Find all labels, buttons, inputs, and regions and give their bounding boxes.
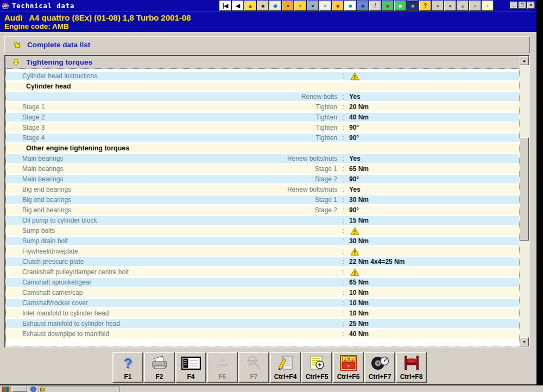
fkey-button-ctrl-f5[interactable]: Ctrl+F5 bbox=[301, 352, 332, 383]
brake-data-icon[interactable]: ■ bbox=[257, 1, 269, 11]
fkey-button-ctrl-f6[interactable]: 23«Ctrl+F6 bbox=[333, 352, 364, 383]
table-row[interactable]: Stage 4Tighten:90° bbox=[6, 134, 519, 142]
spark-plug-icon-glyph: / bbox=[375, 3, 376, 9]
minimize-button[interactable]: _ bbox=[510, 2, 517, 9]
table-row[interactable]: Big end bearingsRenew bolts/nuts:Yes bbox=[6, 185, 519, 194]
component-icon[interactable]: ▪ bbox=[482, 1, 494, 11]
table-row[interactable]: Main bearingsStage 1:65 Nm bbox=[6, 165, 519, 173]
meter-icon[interactable]: ● bbox=[444, 1, 456, 11]
row-colon: : bbox=[337, 196, 349, 204]
table-section-header[interactable]: Other engine tightening torques bbox=[6, 144, 519, 153]
table-row[interactable]: Camshaft carrier/cap:10 Nm bbox=[6, 288, 519, 297]
close-button[interactable]: × bbox=[527, 2, 535, 9]
taskbar-start-button[interactable] bbox=[12, 387, 27, 392]
row-colon: : bbox=[337, 258, 349, 265]
table-row[interactable]: Sump drain bolt:30 Nm bbox=[6, 237, 519, 245]
print-data-icon-glyph: ■ bbox=[399, 3, 402, 9]
service-schedule-icon-glyph: ● bbox=[286, 3, 289, 9]
taskbar-globe-icon[interactable] bbox=[30, 387, 36, 392]
caution-icon[interactable]: ▲ bbox=[457, 1, 469, 11]
window-title: Technical data bbox=[12, 2, 74, 10]
table-row[interactable]: Renew bolts:Yes bbox=[6, 92, 519, 101]
table-row[interactable]: Stage 3Tighten:90° bbox=[6, 123, 519, 132]
vertical-scrollbar[interactable]: ▲ ▼ bbox=[520, 56, 529, 346]
section-tightening-torques[interactable]: Tightening torques bbox=[5, 56, 529, 69]
title-bar: Technical data |◀◀▲■◆●●●●■■■/■■■?●●▲●▪ _… bbox=[0, 0, 536, 11]
fkey-button-f1[interactable]: ?F1 bbox=[112, 352, 143, 383]
diagnostics-icon[interactable]: ● bbox=[294, 1, 306, 11]
row-value bbox=[349, 72, 519, 80]
table-row[interactable]: Main bearingsRenew bolts/nuts:Yes bbox=[6, 154, 519, 163]
technician-icon[interactable]: ● bbox=[432, 1, 444, 11]
table-row[interactable]: Exhaust manifold to cylinder head:25 Nm bbox=[6, 319, 519, 328]
table-row[interactable]: Crankshaft pulley/damper centre bolt: bbox=[6, 268, 519, 276]
help-lookup-icon[interactable]: ? bbox=[419, 1, 431, 11]
scrollbar-thumb[interactable] bbox=[520, 137, 529, 241]
row-sublabel: Renew bolts/nuts bbox=[245, 186, 337, 193]
table-row[interactable]: Big end bearingsStage 1:30 Nm bbox=[6, 195, 519, 204]
row-colon: : bbox=[337, 248, 349, 255]
table-row[interactable]: Clutch pressure plate:22 Nm 4x4=25 Nm bbox=[6, 257, 519, 266]
table-section-header[interactable]: Cylinder head bbox=[6, 82, 519, 91]
vehicle-id-icon[interactable]: ■ bbox=[382, 1, 394, 11]
wheel-tyre-icon[interactable]: ● bbox=[307, 1, 319, 11]
table-row[interactable]: Camshaft sprocket/gear:65 Nm bbox=[6, 278, 519, 287]
table-row[interactable]: Sump bolts: bbox=[6, 226, 519, 235]
section-expanded-arrow-icon bbox=[12, 59, 20, 66]
table-row[interactable]: Main bearingsStage 2:90° bbox=[6, 175, 519, 184]
row-colon: : bbox=[337, 103, 349, 111]
scroll-up-button[interactable]: ▲ bbox=[520, 56, 529, 65]
data-panel: Tightening torques Cylinder head instruc… bbox=[4, 55, 530, 347]
gauges-icon[interactable]: ● bbox=[319, 1, 331, 11]
row-colon: : bbox=[337, 72, 349, 80]
table-row[interactable]: Camshaft/rocker cover:10 Nm bbox=[6, 299, 519, 307]
taskbar-window-button[interactable] bbox=[39, 387, 120, 392]
row-value: 90° bbox=[349, 134, 519, 142]
table-row[interactable]: Stage 1Tighten:20 Nm bbox=[6, 103, 519, 111]
row-label: Flywheel/driveplate bbox=[6, 248, 245, 255]
fkey-button-f2[interactable]: F2 bbox=[144, 352, 175, 383]
scroll-down-button[interactable]: ▼ bbox=[520, 337, 529, 346]
table-row[interactable]: Big end bearingsStage 2:90° bbox=[6, 206, 519, 214]
transmission-icon[interactable]: ● bbox=[469, 1, 481, 11]
step-back-icon[interactable]: ◀ bbox=[232, 1, 244, 11]
engine-test-icon[interactable]: ■ bbox=[357, 1, 369, 11]
section-complete-data-list[interactable]: Complete data list bbox=[4, 36, 530, 53]
fkey-button-f4[interactable]: F4 bbox=[175, 352, 206, 383]
row-value: 10 Nm bbox=[349, 289, 519, 296]
row-label: Oil pump to cylinder block bbox=[6, 217, 245, 224]
component-icon-glyph: ▪ bbox=[487, 3, 489, 9]
restore-button[interactable]: □ bbox=[519, 2, 526, 9]
suspension-icon[interactable]: ◆ bbox=[269, 1, 281, 11]
table-row[interactable]: Exhaust downpipe to manifold:40 Nm bbox=[6, 330, 519, 338]
row-sublabel: Stage 1 bbox=[245, 196, 337, 204]
row-label: Camshaft sprocket/gear bbox=[6, 279, 245, 286]
spark-plug-icon[interactable]: / bbox=[369, 1, 381, 11]
table-row[interactable]: Inlet manifold to cylinder head:10 Nm bbox=[6, 309, 519, 318]
fkey-button-ctrl-f8[interactable]: Ctrl+F8 bbox=[396, 352, 427, 383]
fkey-button-f6: ⅅefghijklmF6 bbox=[207, 352, 238, 383]
table-row[interactable]: Oil pump to cylinder block:15 Nm bbox=[6, 216, 519, 225]
table-row[interactable]: Flywheel/driveplate: bbox=[6, 247, 519, 256]
row-value: 65 Nm bbox=[349, 165, 519, 173]
row-value: 22 Nm 4x4=25 Nm bbox=[349, 258, 519, 265]
row-value: 25 Nm bbox=[349, 320, 519, 327]
row-sublabel: Tighten bbox=[245, 134, 337, 142]
table-row[interactable]: Cylinder head instructions: bbox=[6, 72, 519, 80]
taskbar-logo-icon[interactable] bbox=[2, 387, 11, 392]
edit-document-icon bbox=[271, 353, 300, 373]
row-colon: : bbox=[337, 289, 349, 296]
row-value: 65 Nm bbox=[349, 279, 519, 286]
commercial-vehicle-icon[interactable]: ■ bbox=[407, 1, 419, 11]
service-schedule-icon[interactable]: ● bbox=[282, 1, 294, 11]
table-row[interactable]: Stage 2Tighten:40 Nm bbox=[6, 113, 519, 122]
vehicle-lift-icon[interactable]: ■ bbox=[344, 1, 356, 11]
fkey-button-ctrl-f7[interactable]: Ctrl+F7 bbox=[364, 352, 395, 383]
skip-to-start-icon[interactable]: |◀ bbox=[219, 1, 231, 11]
bodywork-icon[interactable]: ■ bbox=[332, 1, 344, 11]
fkey-button-ctrl-f4[interactable]: Ctrl+F4 bbox=[270, 352, 301, 383]
warning-icon[interactable]: ▲ bbox=[244, 1, 256, 11]
fkey-label: Ctrl+F4 bbox=[274, 373, 297, 381]
print-data-icon[interactable]: ■ bbox=[394, 1, 406, 11]
meter-icon-glyph: ● bbox=[449, 3, 452, 9]
